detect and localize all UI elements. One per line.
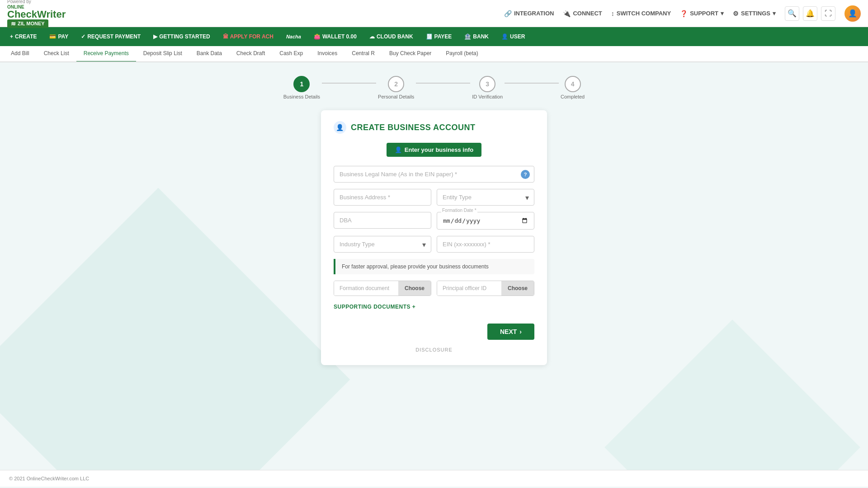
support-nav-item[interactable]: ❓ SUPPORT ▾ bbox=[680, 10, 724, 17]
pay-nav-item[interactable]: 💳 PAY bbox=[43, 27, 75, 46]
online-label: ONLINE bbox=[7, 5, 66, 9]
top-nav: Powered by ONLINE CheckWriter ≋ ZIL MONE… bbox=[0, 0, 868, 27]
search-button[interactable]: 🔍 bbox=[785, 6, 799, 21]
step-4-label: Completed bbox=[561, 94, 585, 99]
cash-exp-nav-item[interactable]: Cash Exp bbox=[272, 46, 310, 62]
check-list-nav-item[interactable]: Check List bbox=[37, 46, 76, 62]
step-id-verification: 3 ID Verification bbox=[472, 76, 503, 99]
step-4-circle: 4 bbox=[565, 76, 581, 92]
principal-officer-group: Principal officer ID Choose bbox=[437, 281, 534, 296]
logo-area: Powered by ONLINE CheckWriter ≋ ZIL MONE… bbox=[7, 0, 98, 28]
nacha-logo: Nacha bbox=[286, 34, 301, 39]
formation-document-choose-button[interactable]: Choose bbox=[398, 281, 431, 296]
buy-check-paper-nav-item[interactable]: Buy Check Paper bbox=[382, 46, 439, 62]
footer: © 2021 OnlineCheckWriter.com LLC bbox=[0, 470, 868, 487]
user-avatar[interactable]: 👤 bbox=[844, 5, 861, 22]
main-content: 1 Business Details 2 Personal Details 3 … bbox=[0, 62, 868, 470]
step-line-3 bbox=[505, 83, 559, 84]
ein-input[interactable] bbox=[437, 236, 534, 253]
integration-nav-item[interactable]: 🔗 INTEGRATION bbox=[504, 10, 554, 17]
user-icon: 👤 bbox=[501, 33, 508, 40]
payee-nav-item[interactable]: 🧾 PAYEE bbox=[420, 27, 458, 46]
deposit-slip-list-nav-item[interactable]: Deposit Slip List bbox=[136, 46, 189, 62]
app-logo: ONLINE CheckWriter bbox=[7, 5, 66, 19]
file-upload-row: Formation document Choose Principal offi… bbox=[334, 281, 534, 296]
principal-officer-label: Principal officer ID bbox=[437, 281, 501, 296]
add-bill-nav-item[interactable]: Add Bill bbox=[4, 46, 37, 62]
step-1-label: Business Details bbox=[283, 94, 320, 99]
bank-nav-item[interactable]: 🏦 BANK bbox=[458, 27, 495, 46]
formation-date-field: Formation Date * bbox=[437, 212, 534, 230]
business-legal-name-group: ? bbox=[334, 166, 534, 183]
invoices-nav-item[interactable]: Invoices bbox=[310, 46, 344, 62]
apply-ach-nav-item[interactable]: 🏛 APPLY FOR ACH bbox=[217, 27, 280, 46]
notification-button[interactable]: 🔔 bbox=[803, 6, 817, 21]
industry-type-select[interactable]: Industry Type Technology Healthcare Fina… bbox=[334, 236, 431, 253]
getting-started-nav-item[interactable]: ▶ GETTING STARTED bbox=[147, 27, 216, 46]
connect-icon: 🔌 bbox=[563, 10, 571, 17]
bg-decoration-2 bbox=[604, 319, 860, 470]
payroll-beta-nav-item[interactable]: Payroll (beta) bbox=[439, 46, 485, 62]
formation-document-group: Formation document Choose bbox=[334, 281, 431, 296]
switch-company-icon: ↕ bbox=[611, 10, 614, 17]
request-payment-nav-item[interactable]: ✓ REQUEST PAYMENT bbox=[75, 27, 147, 46]
address-entity-row: Entity Type LLC Corporation Sole Proprie… bbox=[334, 189, 534, 206]
disclosure-link[interactable]: DISCLOSURE bbox=[334, 340, 534, 352]
payee-icon: 🧾 bbox=[426, 33, 433, 40]
switch-company-nav-item[interactable]: ↕ SWITCH COMPANY bbox=[611, 10, 671, 17]
entity-type-field: Entity Type LLC Corporation Sole Proprie… bbox=[437, 189, 534, 206]
step-2-circle: 2 bbox=[388, 76, 404, 92]
dba-input[interactable] bbox=[334, 212, 431, 229]
integration-icon: 🔗 bbox=[504, 10, 512, 17]
business-legal-name-help-icon[interactable]: ? bbox=[521, 170, 530, 179]
top-nav-right: 🔗 INTEGRATION 🔌 CONNECT ↕ SWITCH COMPANY… bbox=[504, 5, 861, 22]
settings-icon: ⚙ bbox=[733, 10, 739, 17]
nacha-nav-item[interactable]: Nacha bbox=[280, 27, 307, 46]
pay-icon: 💳 bbox=[49, 33, 56, 40]
industry-ein-row: Industry Type Technology Healthcare Fina… bbox=[334, 236, 534, 253]
step-completed: 4 Completed bbox=[561, 76, 585, 99]
powered-by-label: Powered by bbox=[7, 0, 31, 4]
ein-field bbox=[437, 236, 534, 253]
entity-type-select[interactable]: Entity Type LLC Corporation Sole Proprie… bbox=[437, 189, 534, 206]
bank-data-nav-item[interactable]: Bank Data bbox=[189, 46, 229, 62]
formation-date-input[interactable] bbox=[437, 212, 534, 230]
next-button[interactable]: NEXT › bbox=[487, 324, 534, 340]
dba-formation-row: Formation Date * bbox=[334, 212, 534, 230]
step-1-circle: 1 bbox=[293, 76, 310, 92]
step-line-1 bbox=[322, 83, 376, 84]
check-draft-nav-item[interactable]: Check Draft bbox=[229, 46, 272, 62]
bank-icon: 🏦 bbox=[464, 33, 471, 40]
info-tab: 👤 Enter your business info bbox=[387, 143, 481, 157]
business-address-field bbox=[334, 189, 431, 206]
stepper: 1 Business Details 2 Personal Details 3 … bbox=[9, 76, 859, 99]
step-line-2 bbox=[416, 83, 470, 84]
receive-payments-nav-item[interactable]: Receive Payments bbox=[76, 46, 136, 62]
create-icon: + bbox=[10, 33, 13, 40]
user-nav-item[interactable]: 👤 USER bbox=[495, 27, 531, 46]
create-nav-item[interactable]: + CREATE bbox=[4, 27, 43, 46]
supporting-documents-link[interactable]: SUPPORTING DOCUMENTS + bbox=[334, 304, 415, 310]
industry-type-field: Industry Type Technology Healthcare Fina… bbox=[334, 236, 431, 253]
business-legal-name-input[interactable] bbox=[334, 166, 534, 183]
wallet-icon: 👛 bbox=[314, 33, 321, 40]
expand-button[interactable]: ⛶ bbox=[821, 6, 835, 21]
principal-officer-choose-button[interactable]: Choose bbox=[501, 281, 534, 296]
step-2-label: Personal Details bbox=[378, 94, 414, 99]
connect-nav-item[interactable]: 🔌 CONNECT bbox=[563, 10, 602, 17]
formation-document-label: Formation document bbox=[334, 281, 398, 296]
central-r-nav-item[interactable]: Central R bbox=[344, 46, 382, 62]
step-3-circle: 3 bbox=[479, 76, 495, 92]
dba-field bbox=[334, 212, 431, 230]
wallet-nav-item[interactable]: 👛 WALLET 0.00 bbox=[307, 27, 363, 46]
settings-nav-item[interactable]: ⚙ SETTINGS ▾ bbox=[733, 10, 776, 17]
approval-alert: For faster approval, please provide your… bbox=[334, 259, 534, 274]
zil-money-badge: ≋ ZIL MONEY bbox=[7, 19, 48, 28]
step-personal-details: 2 Personal Details bbox=[378, 76, 414, 99]
request-payment-icon: ✓ bbox=[81, 33, 85, 40]
third-nav: Add Bill Check List Receive Payments Dep… bbox=[0, 46, 868, 62]
business-address-input[interactable] bbox=[334, 189, 431, 206]
step-3-label: ID Verification bbox=[472, 94, 503, 99]
getting-started-icon: ▶ bbox=[153, 33, 157, 40]
cloud-bank-nav-item[interactable]: ☁ CLOUD BANK bbox=[363, 27, 420, 46]
